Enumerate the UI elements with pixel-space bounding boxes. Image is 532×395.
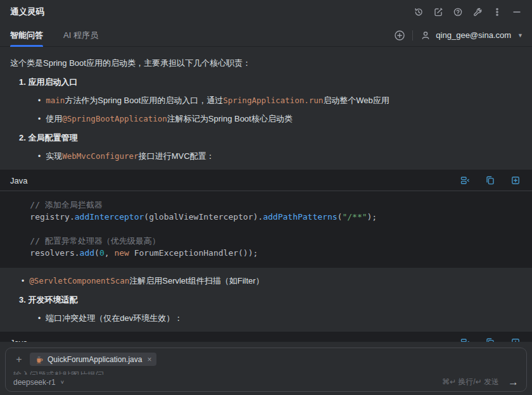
account-zone: qing_gee@sina.com ▼	[393, 29, 523, 42]
tab-smart-qa[interactable]: 智能问答	[10, 24, 43, 47]
model-chevron-down-icon: ˅	[61, 379, 64, 386]
app-title: 通义灵码	[10, 6, 44, 18]
copy-icon[interactable]	[484, 336, 497, 342]
bullet-item: •使用@SpringBootApplication注解标记为Spring Boo…	[10, 111, 522, 127]
add-context-icon[interactable]: +	[13, 354, 25, 365]
account-email: qing_gee@sina.com	[436, 30, 511, 40]
code-block-header: Java	[0, 332, 532, 342]
code-language-label: Java	[10, 338, 27, 342]
model-selector[interactable]: deepseek-r1 ˅	[13, 378, 64, 387]
code-block-header: Java	[0, 170, 532, 191]
bullet-dot: •	[38, 314, 41, 323]
list-heading: 3. 开发环境适配	[10, 293, 522, 306]
bullet-dot: •	[38, 152, 41, 161]
chevron-down-icon: ▼	[517, 32, 523, 39]
composer-bottom-row: deepseek-r1 ˅ ⌘↵ 换行/↵ 发送 →	[13, 377, 519, 387]
code-line: registry.addInterceptor(globalViewInterc…	[10, 211, 522, 223]
bullet-dot: •	[22, 277, 24, 285]
minimize-icon[interactable]	[510, 6, 523, 18]
more-menu-icon[interactable]	[491, 6, 504, 18]
java-file-icon	[35, 355, 44, 364]
code-actions	[459, 174, 522, 187]
chip-close-icon[interactable]: ×	[147, 355, 151, 364]
code-body: // 添加全局拦截器 registry.addInterceptor(globa…	[0, 191, 532, 268]
account-divider	[412, 30, 413, 41]
list-heading: 1. 应用启动入口	[10, 75, 522, 89]
help-icon[interactable]	[452, 6, 464, 18]
context-file-name: QuickForumApplication.java	[48, 355, 142, 364]
answer-text-group: •@ServletComponentScan注解启用Servlet组件扫描（如F…	[10, 273, 522, 326]
insert-new-file-icon[interactable]	[509, 174, 522, 187]
answer-text-group: 这个类是Spring Boot应用的启动类，主要承担以下几个核心职责：1. 应用…	[10, 56, 522, 164]
tabsbar: 智能问答 AI 程序员 qing_gee@sina.com ▼	[0, 24, 532, 47]
code-block: Java	[0, 170, 532, 268]
titlebar: 通义灵码	[0, 0, 532, 24]
insert-code-icon[interactable]	[459, 174, 471, 187]
titlebar-actions	[412, 6, 523, 18]
send-button[interactable]: →	[508, 377, 519, 387]
copy-icon[interactable]	[484, 174, 497, 187]
bullet-item: •端口冲突处理（仅在dev环境生效）：	[10, 311, 522, 326]
user-icon	[419, 29, 432, 42]
context-chip-row: + QuickForumApplication.java ×	[13, 353, 519, 366]
bullet-item: •实现WebMvcConfigurer接口进行MVC配置：	[10, 149, 522, 164]
send-shortcut-hint: ⌘↵ 换行/↵ 发送	[442, 377, 499, 387]
tab-ai-programmer[interactable]: AI 程序员	[63, 24, 98, 47]
bullet-dot: •	[38, 115, 41, 123]
code-line: resolvers.add(0, new ForumExceptionHandl…	[10, 247, 522, 259]
settings-wrench-icon[interactable]	[471, 6, 484, 18]
bullet-item: •main方法作为Spring Boot应用的启动入口，通过SpringAppl…	[10, 93, 522, 108]
account-menu[interactable]: qing_gee@sina.com ▼	[419, 29, 523, 42]
tab-smart-qa-label: 智能问答	[10, 30, 43, 41]
context-file-chip[interactable]: QuickForumApplication.java ×	[30, 353, 156, 366]
code-block: Java	[0, 332, 532, 342]
chat-area: 这个类是Spring Boot应用的启动类，主要承担以下几个核心职责：1. 应用…	[0, 47, 532, 342]
bullet-dot: •	[38, 96, 41, 105]
bullet-item: •@ServletComponentScan注解启用Servlet组件扫描（如F…	[10, 273, 522, 289]
paragraph: 这个类是Spring Boot应用的启动类，主要承担以下几个核心职责：	[10, 56, 522, 70]
code-line: // 配置异常处理器（优先级最高）	[10, 235, 522, 247]
code-actions	[459, 336, 522, 342]
question-input[interactable]	[13, 370, 519, 375]
list-heading: 2. 全局配置管理	[10, 131, 522, 144]
model-name: deepseek-r1	[13, 378, 56, 387]
insert-code-icon[interactable]	[459, 336, 471, 342]
history-icon[interactable]	[412, 6, 425, 18]
composer-panel: + QuickForumApplication.java × deepseek-…	[5, 348, 527, 392]
code-line: // 添加全局拦截器	[10, 199, 522, 211]
new-session-plus-icon[interactable]	[393, 29, 406, 42]
insert-new-file-icon[interactable]	[509, 336, 522, 342]
code-language-label: Java	[10, 176, 27, 185]
new-chat-icon[interactable]	[432, 6, 445, 18]
tab-ai-programmer-label: AI 程序员	[63, 30, 98, 41]
code-line	[10, 223, 522, 235]
